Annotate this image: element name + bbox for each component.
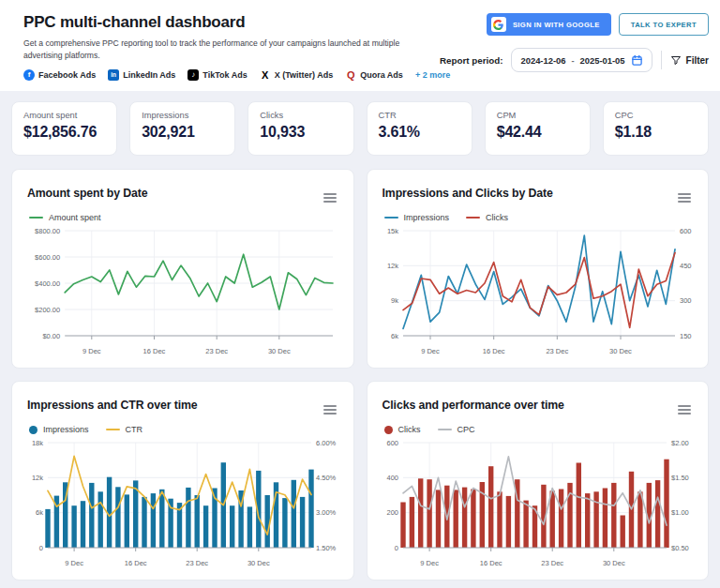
report-period-label: Report period: [440, 55, 503, 66]
svg-text:150: 150 [680, 332, 692, 340]
kpi-cpm: CPM $42.44 [485, 101, 591, 156]
channel-x-twitter: X X (Twitter) Ads [260, 69, 334, 81]
chart-card-impressions-clicks: Impressions and Clicks by Date Impressio… [367, 169, 710, 369]
svg-text:6k: 6k [391, 332, 398, 340]
chart-legend: ClicksCPC [384, 425, 694, 434]
kpi-amount-spent: Amount spent $12,856.76 [11, 101, 117, 156]
svg-text:9 Dec: 9 Dec [420, 559, 439, 567]
svg-text:1.50%: 1.50% [316, 544, 337, 552]
chart-card-amount-spent: Amount spent by Date Amount spent $0.00$… [11, 169, 354, 369]
legend-swatch [29, 217, 43, 219]
svg-text:23 Dec: 23 Dec [186, 559, 208, 567]
chart-menu-button[interactable] [322, 182, 338, 204]
channel-linkedin: in LinkedIn Ads [108, 69, 175, 81]
legend-item-impressions[interactable]: Impressions [384, 213, 450, 222]
kpi-ctr: CTR 3.61% [367, 101, 472, 156]
chart-menu-button[interactable] [676, 182, 693, 204]
divider [661, 51, 662, 69]
svg-text:$1.50: $1.50 [671, 474, 689, 482]
kpi-cpc: CPC $1.18 [603, 101, 709, 156]
legend-swatch [384, 426, 393, 434]
chart-title: Amount spent by Date [27, 187, 148, 200]
legend-item-clicks[interactable]: Clicks [466, 213, 508, 222]
svg-text:16 Dec: 16 Dec [482, 347, 504, 355]
sign-in-with-google-button[interactable]: SIGN IN WITH GOOGLE [487, 13, 611, 36]
svg-text:600: 600 [386, 439, 398, 447]
legend-item-amount-spent[interactable]: Amount spent [29, 213, 101, 222]
svg-text:9 Dec: 9 Dec [82, 347, 101, 355]
legend-item-clicks[interactable]: Clicks [384, 425, 421, 434]
google-logo-icon [491, 17, 506, 32]
svg-text:200: 200 [386, 508, 398, 517]
header-actions: SIGN IN WITH GOOGLE TALK TO EXPERT Repor… [440, 13, 709, 72]
chart-title: Impressions and Clicks by Date [382, 187, 553, 200]
legend-swatch [29, 426, 38, 434]
legend-swatch [106, 429, 120, 430]
svg-text:0: 0 [39, 544, 43, 552]
chart-menu-button[interactable] [676, 394, 693, 416]
svg-text:30 Dec: 30 Dec [609, 347, 632, 355]
tiktok-icon: ♪ [188, 69, 199, 81]
kpi-clicks: Clicks 10,933 [248, 101, 353, 156]
chart-card-impressions-ctr: Impressions and CTR over time Impression… [11, 381, 354, 580]
svg-text:23 Dec: 23 Dec [546, 347, 568, 355]
linkedin-icon: in [108, 69, 119, 81]
quora-icon: Q [345, 69, 356, 81]
svg-text:9 Dec: 9 Dec [65, 559, 83, 567]
legend-swatch [466, 217, 480, 219]
chart-legend: ImpressionsCTR [29, 425, 338, 434]
svg-text:6k: 6k [36, 508, 43, 517]
report-period-end: 2025-01-05 [580, 55, 625, 66]
svg-text:30 Dec: 30 Dec [602, 559, 624, 567]
kpi-impressions: Impressions 302,921 [129, 101, 235, 156]
app-header: PPC multi-channel dashboard Get a compre… [0, 0, 720, 91]
svg-text:23 Dec: 23 Dec [205, 347, 228, 355]
svg-text:$0.00: $0.00 [42, 332, 60, 340]
channel-quora: Q Quora Ads [345, 69, 403, 81]
chart-title: Impressions and CTR over time [27, 399, 198, 412]
talk-to-expert-button[interactable]: TALK TO EXPERT [619, 13, 709, 36]
svg-text:23 Dec: 23 Dec [541, 559, 563, 567]
chart-menu-button[interactable] [322, 394, 338, 416]
amount-spent-chart: $0.00$200.00$400.00$600.00$800.009 Dec16… [27, 225, 338, 358]
svg-text:12k: 12k [32, 474, 43, 482]
clicks-performance-chart: 0200400600$0.50$1.00$1.50$2.009 Dec16 De… [382, 437, 694, 570]
svg-text:15k: 15k [386, 227, 398, 235]
hamburger-menu-icon [678, 193, 691, 203]
filter-button[interactable]: Filter [670, 54, 709, 66]
legend-item-impressions[interactable]: Impressions [29, 425, 89, 434]
svg-text:4.50%: 4.50% [316, 474, 337, 482]
svg-text:$600.00: $600.00 [35, 253, 60, 262]
svg-text:9k: 9k [391, 296, 398, 305]
facebook-icon: f [23, 69, 35, 81]
channel-facebook: f Facebook Ads [23, 69, 96, 81]
calendar-icon [631, 54, 643, 67]
svg-text:3.00%: 3.00% [316, 508, 337, 517]
svg-text:400: 400 [386, 474, 398, 482]
legend-swatch [384, 217, 398, 219]
svg-text:450: 450 [680, 262, 692, 270]
charts-grid: Amount spent by Date Amount spent $0.00$… [11, 169, 709, 580]
hamburger-menu-icon [678, 405, 691, 415]
legend-item-ctr[interactable]: CTR [106, 425, 143, 434]
report-period-start: 2024-12-06 [520, 55, 565, 66]
impressions-ctr-chart: 06k12k18k1.50%3.00%4.50%6.00%9 Dec16 Dec… [27, 437, 338, 570]
svg-text:$400.00: $400.00 [35, 279, 60, 288]
svg-text:18k: 18k [32, 439, 43, 447]
svg-text:$1.00: $1.00 [671, 508, 689, 517]
page-description: Get a comprehensive PPC reporting tool t… [23, 38, 427, 63]
svg-text:6.00%: 6.00% [316, 439, 337, 447]
chart-card-clicks-performance: Clicks and performance over time ClicksC… [367, 381, 710, 580]
svg-text:0: 0 [394, 544, 398, 552]
filter-funnel-icon [670, 54, 682, 66]
legend-swatch [438, 429, 452, 430]
svg-text:$2.00: $2.00 [671, 439, 689, 447]
hamburger-menu-icon [323, 405, 337, 415]
svg-text:$800.00: $800.00 [35, 227, 60, 235]
legend-item-cpc[interactable]: CPC [438, 425, 475, 434]
svg-text:30 Dec: 30 Dec [248, 559, 270, 567]
svg-text:300: 300 [680, 296, 692, 305]
report-period-input[interactable]: 2024-12-06 - 2025-01-05 [511, 48, 652, 72]
chart-title: Clicks and performance over time [382, 399, 564, 412]
svg-text:$200.00: $200.00 [35, 306, 60, 314]
